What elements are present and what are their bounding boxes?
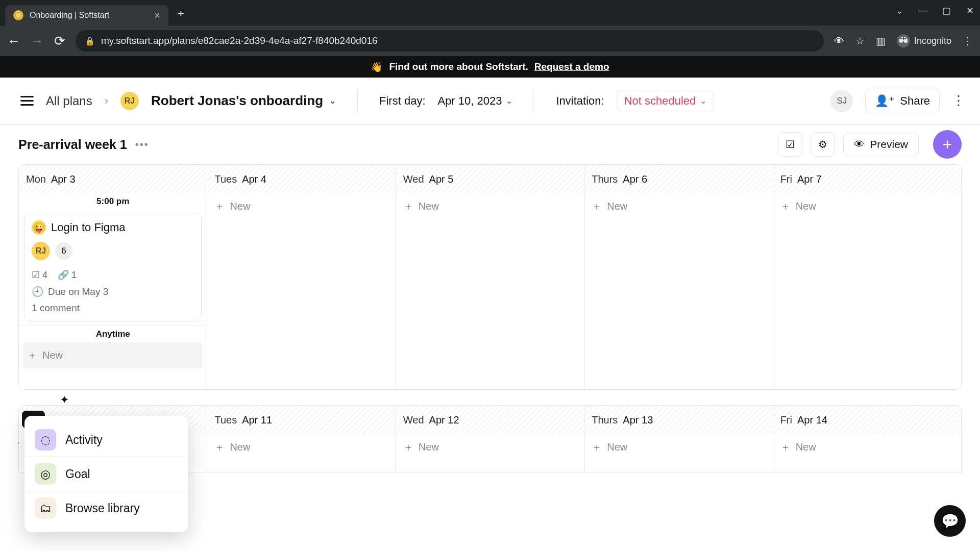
- share-button[interactable]: 👤⁺ Share: [865, 89, 940, 113]
- more-menu-button[interactable]: ⋮: [952, 93, 966, 109]
- new-task-button[interactable]: ＋New: [207, 193, 395, 219]
- card-title: Login to Figma: [51, 221, 126, 234]
- task-card[interactable]: 😜 Login to Figma RJ 6 ☑ 4 🔗 1 🕘 Due on M…: [24, 213, 202, 321]
- plus-icon: ＋: [214, 440, 225, 454]
- user-avatar[interactable]: SJ: [830, 90, 853, 112]
- banner-cta-link[interactable]: Request a demo: [534, 61, 609, 72]
- browser-tab-strip: Onboarding | Softstart × +: [0, 0, 980, 26]
- invitation-dropdown[interactable]: Not scheduled ⌄: [617, 90, 715, 112]
- day-column-wed: WedApr 5 ＋New: [396, 165, 584, 389]
- day-name: Thurs: [592, 173, 618, 185]
- incognito-indicator: 🕶 Incognito: [897, 34, 951, 47]
- day-name: Tues: [214, 414, 237, 426]
- day-name: Mon: [26, 173, 46, 185]
- url-input[interactable]: 🔒 my.softstart.app/plans/e82cae2a-2d39-4…: [76, 30, 824, 52]
- new-label: New: [419, 441, 439, 453]
- chevron-down-icon: ⌄: [506, 96, 512, 106]
- plan-avatar: RJ: [120, 92, 139, 110]
- forward-button[interactable]: →: [31, 33, 44, 49]
- cursor-icon: ✦: [60, 393, 69, 407]
- section-menu-button[interactable]: •••: [135, 139, 149, 151]
- plan-title-dropdown[interactable]: Robert Jonas's onboarding ⌄: [151, 93, 336, 109]
- back-button[interactable]: ←: [7, 33, 20, 49]
- link-count: 🔗 1: [58, 269, 77, 281]
- close-tab-icon[interactable]: ×: [154, 10, 160, 20]
- plus-icon: ＋: [403, 440, 413, 454]
- day-column-thurs2: ThursApr 13 ＋New: [584, 406, 773, 472]
- plus-icon: ＋: [403, 199, 413, 213]
- extensions-icon[interactable]: ▥: [876, 35, 886, 47]
- anytime-label: Anytime: [19, 325, 207, 342]
- day-column-thurs: ThursApr 6 ＋New: [584, 165, 773, 389]
- divider: [357, 89, 358, 113]
- new-item-popup: ◌ Activity ◎ Goal 🗂 Browse library: [24, 416, 188, 532]
- browser-menu-icon[interactable]: ⋮: [963, 35, 973, 47]
- new-tab-button[interactable]: +: [168, 7, 193, 26]
- goal-icon: ◎: [35, 463, 56, 485]
- day-date: Apr 6: [623, 173, 647, 185]
- new-task-button[interactable]: ＋New: [773, 434, 961, 460]
- filter-tool-button[interactable]: ⚙: [811, 132, 835, 157]
- minimize-icon[interactable]: —: [918, 5, 928, 16]
- day-date: Apr 12: [429, 414, 459, 426]
- day-column-mon: Mon Apr 3 5:00 pm 😜 Login to Figma RJ 6 …: [19, 165, 207, 389]
- popup-item-activity[interactable]: ◌ Activity: [24, 423, 188, 457]
- day-name: Wed: [403, 414, 424, 426]
- day-name: Tues: [214, 173, 237, 185]
- invitation-label: Invitation:: [556, 94, 604, 108]
- day-column-wed2: WedApr 12 ＋New: [396, 406, 584, 472]
- new-task-button[interactable]: ＋New: [584, 193, 772, 219]
- first-day-picker[interactable]: Apr 10, 2023 ⌄: [438, 94, 513, 108]
- day-name: Fri: [780, 414, 792, 426]
- eye-icon: 👁: [854, 138, 865, 151]
- invitation-value: Not scheduled: [624, 94, 696, 108]
- emoji-icon: 😜: [32, 220, 46, 235]
- preview-button[interactable]: 👁 Preview: [843, 133, 919, 156]
- help-chat-button[interactable]: 💬: [934, 505, 966, 537]
- chevron-down-icon[interactable]: ⌄: [894, 5, 904, 16]
- checklist-tool-button[interactable]: ☑: [778, 132, 802, 157]
- popup-item-library[interactable]: 🗂 Browse library: [24, 491, 188, 525]
- maximize-icon[interactable]: ▢: [941, 5, 951, 16]
- window-controls: ⌄ — ▢ ✕: [894, 5, 975, 16]
- popup-item-goal[interactable]: ◎ Goal: [24, 457, 188, 491]
- bookmark-icon[interactable]: ☆: [855, 35, 865, 47]
- day-date: Apr 7: [797, 173, 822, 185]
- new-label: New: [607, 441, 627, 453]
- menu-button[interactable]: [20, 93, 34, 108]
- favicon-icon: [13, 10, 23, 20]
- day-date: Apr 13: [623, 414, 653, 426]
- activity-icon: ◌: [35, 429, 56, 450]
- plus-icon: ＋: [780, 440, 791, 454]
- new-task-button[interactable]: ＋New: [396, 434, 584, 460]
- plus-icon: ＋: [27, 348, 37, 362]
- add-fab-button[interactable]: +: [933, 130, 962, 159]
- plus-icon: ＋: [592, 440, 602, 454]
- new-task-button[interactable]: ＋ New: [23, 342, 203, 368]
- address-bar: ← → ⟳ 🔒 my.softstart.app/plans/e82cae2a-…: [0, 26, 980, 56]
- chevron-down-icon: ⌄: [700, 96, 706, 106]
- new-task-button[interactable]: ＋New: [396, 193, 584, 219]
- new-task-button[interactable]: ＋New: [773, 193, 961, 219]
- checklist-count: ☑ 4: [32, 269, 47, 281]
- popup-label: Activity: [65, 433, 103, 447]
- promo-banner: 👋 Find out more about Softstart. Request…: [0, 56, 980, 78]
- day-column-tues: TuesApr 4 ＋New: [207, 165, 396, 389]
- day-name: Fri: [780, 173, 792, 185]
- count-badge: 6: [55, 242, 72, 260]
- chevron-right-icon: ›: [105, 94, 108, 108]
- new-label: New: [419, 201, 439, 212]
- new-label: New: [42, 349, 63, 361]
- day-name: Thurs: [592, 414, 618, 426]
- eye-off-icon[interactable]: 👁: [834, 35, 844, 47]
- tab-title: Onboarding | Softstart: [30, 11, 148, 20]
- day-date: Apr 11: [242, 414, 272, 426]
- close-window-icon[interactable]: ✕: [965, 5, 975, 16]
- new-task-button[interactable]: ＋New: [584, 434, 772, 460]
- reload-button[interactable]: ⟳: [54, 33, 65, 49]
- new-task-button[interactable]: ＋New: [207, 434, 395, 460]
- breadcrumb-all-plans[interactable]: All plans: [46, 94, 92, 108]
- browser-tab[interactable]: Onboarding | Softstart ×: [5, 5, 168, 26]
- plus-icon: ＋: [592, 199, 602, 213]
- day-date: Apr 5: [429, 173, 454, 185]
